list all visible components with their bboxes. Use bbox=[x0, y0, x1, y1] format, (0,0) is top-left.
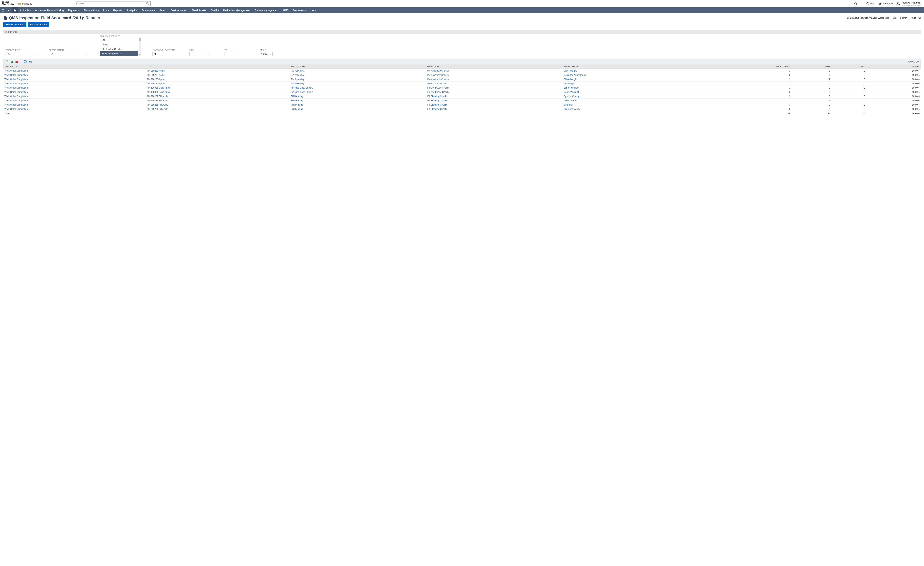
cell-trigger[interactable]: Work Order Completion bbox=[4, 95, 28, 98]
cell-inspection-field[interactable]: Color Check bbox=[564, 99, 576, 102]
quality-inspection-listbox[interactable]: - All - - None - Fill Blending Checks Fi… bbox=[100, 38, 141, 56]
qi-option-all[interactable]: - All - bbox=[100, 38, 138, 42]
cell-inspection[interactable]: Fill Blending Checks bbox=[428, 99, 448, 102]
nav-wms[interactable]: WMS bbox=[280, 8, 291, 13]
col-pct-pass[interactable]: % PASS bbox=[866, 65, 921, 69]
nav-deduction-management[interactable]: Deduction Management bbox=[221, 8, 253, 13]
cell-trigger[interactable]: Work Order Completion bbox=[4, 82, 28, 85]
cell-spec[interactable]: Fill Blending bbox=[291, 104, 303, 106]
cell-item[interactable]: AM 210231 Fill-Apple bbox=[147, 108, 168, 110]
nav-reports[interactable]: Reports bbox=[111, 8, 124, 13]
col-fail[interactable]: FAIL bbox=[831, 65, 866, 69]
nav-activities[interactable]: Activities bbox=[18, 8, 33, 13]
nav-demo-assist[interactable]: Demo Assist bbox=[291, 8, 309, 13]
cell-trigger[interactable]: Work Order Completion bbox=[4, 69, 28, 72]
nav-transactions[interactable]: Transactions bbox=[82, 8, 101, 13]
favorites-icon[interactable] bbox=[6, 8, 12, 13]
export-csv-icon[interactable] bbox=[5, 60, 9, 63]
nav-customization[interactable]: Customization bbox=[168, 8, 189, 13]
nav-more-icon[interactable]: ••• bbox=[309, 9, 318, 12]
cell-item[interactable]: AM 210230-Apple bbox=[147, 78, 165, 81]
search-icon[interactable] bbox=[146, 2, 149, 5]
cell-inspection-field[interactable]: Crust Weight bbox=[564, 69, 577, 72]
search-link[interactable]: Search bbox=[900, 17, 907, 19]
from-input[interactable] bbox=[189, 52, 210, 56]
nav-analytics[interactable]: Analytics bbox=[124, 8, 140, 13]
return-to-criteria-button[interactable]: Return To Criteria bbox=[3, 22, 26, 27]
col-pass[interactable]: PASS bbox=[792, 65, 831, 69]
style-select[interactable]: Normal bbox=[260, 52, 273, 56]
qi-scroll-thumb[interactable] bbox=[140, 38, 141, 41]
search-input[interactable] bbox=[75, 1, 151, 6]
cell-spec[interactable]: Fill Blending bbox=[291, 95, 303, 98]
col-inspection-field[interactable]: INSPECTION FIELD bbox=[563, 65, 699, 69]
col-total-tests[interactable]: TOTAL TESTS▲ bbox=[699, 65, 792, 69]
export-pdf-icon[interactable]: PDF bbox=[15, 60, 18, 63]
user-menu[interactable]: Raditya Pratama Logiframe - Administrato… bbox=[896, 1, 922, 6]
trigger-type-select[interactable]: - All - bbox=[6, 52, 39, 56]
nav-lists[interactable]: Lists bbox=[101, 8, 111, 13]
inspection-date-time-input[interactable] bbox=[153, 52, 178, 56]
cell-item[interactable]: AM 210230-Apple bbox=[147, 74, 165, 77]
cell-inspection-field[interactable]: Case Weight (lb) bbox=[564, 91, 580, 93]
cell-inspection[interactable]: Fill Blending Checks bbox=[428, 95, 448, 98]
cell-inspection[interactable]: Pie Assembly Checks bbox=[428, 74, 449, 77]
cell-inspection[interactable]: Finished Case Checks bbox=[428, 87, 450, 89]
cell-trigger[interactable]: Work Order Completion bbox=[4, 99, 28, 102]
cell-item[interactable]: AM 210230-Apple bbox=[147, 82, 165, 85]
cell-spec[interactable]: Pie Assembly bbox=[291, 78, 304, 81]
cell-inspection[interactable]: Pie Assembly Checks bbox=[428, 82, 449, 85]
to-input[interactable] bbox=[225, 52, 245, 56]
cell-inspection[interactable]: Pie Assembly Checks bbox=[428, 78, 449, 81]
cell-spec[interactable]: Pie Assembly bbox=[291, 74, 304, 77]
cell-trigger[interactable]: Work Order Completion bbox=[4, 74, 28, 77]
cell-trigger[interactable]: Work Order Completion bbox=[4, 108, 28, 110]
list-link[interactable]: List bbox=[893, 17, 897, 19]
nav-fixed-assets[interactable]: Fixed Assets bbox=[189, 8, 208, 13]
email-icon[interactable] bbox=[28, 60, 32, 63]
cell-trigger[interactable]: Work Order Completion bbox=[4, 78, 28, 81]
cell-spec[interactable]: Finished Case Checks bbox=[291, 91, 313, 93]
sync-icon[interactable] bbox=[854, 2, 857, 5]
col-inspection[interactable]: INSPECTION bbox=[426, 65, 563, 69]
audit-trail-link[interactable]: Audit Trail bbox=[911, 17, 921, 19]
qi-option-none[interactable]: - None - bbox=[100, 42, 138, 47]
qi-dropdown-arrow-icon[interactable] bbox=[138, 53, 141, 56]
cell-inspection-field[interactable]: Pie Weight bbox=[564, 82, 574, 85]
cell-spec[interactable]: Finished Case Checks bbox=[291, 87, 313, 89]
nav-advanced-manufacturing[interactable]: Advanced Manufacturing bbox=[33, 8, 66, 13]
qi-option-fill-blending-process[interactable]: Fill Blending Process bbox=[100, 51, 138, 56]
cell-inspection[interactable]: Finished Case Checks bbox=[428, 91, 450, 93]
cell-trigger[interactable]: Work Order Completion bbox=[4, 91, 28, 93]
col-item[interactable]: ITEM bbox=[146, 65, 290, 69]
collapse-filters-icon[interactable]: − bbox=[5, 31, 7, 33]
cell-item[interactable]: AM 100321 Case-Apple bbox=[147, 91, 170, 93]
cell-trigger[interactable]: Work Order Completion bbox=[4, 104, 28, 106]
cell-inspection-field[interactable]: Color and Appearance bbox=[564, 74, 586, 77]
print-icon[interactable] bbox=[24, 60, 27, 63]
cell-inspection[interactable]: Fill Blending Checks bbox=[428, 104, 448, 106]
cell-spec[interactable]: Fill Blending bbox=[291, 99, 303, 102]
nav-rebate-management[interactable]: Rebate Management bbox=[253, 8, 280, 13]
cell-inspection-field[interactable]: Label Accuracy bbox=[564, 87, 579, 89]
feedback-link[interactable]: Feedback bbox=[879, 2, 893, 5]
cell-spec[interactable]: Fill Blending bbox=[291, 108, 303, 110]
cell-inspection-field[interactable]: Mix Consistency bbox=[564, 108, 580, 110]
qi-option-fill-blending-checks[interactable]: Fill Blending Checks bbox=[100, 47, 138, 51]
edit-this-search-button[interactable]: Edit this Search bbox=[28, 22, 49, 27]
cell-item[interactable]: AM 100321 Case-Apple bbox=[147, 87, 170, 89]
specification-select[interactable]: - All - bbox=[49, 52, 88, 56]
nav-documents[interactable]: Documents bbox=[140, 8, 157, 13]
cell-item[interactable]: AM 210231 Fill-Apple bbox=[147, 95, 168, 98]
cell-spec[interactable]: Pie Assembly bbox=[291, 82, 304, 85]
cell-inspection-field[interactable]: pH Level bbox=[564, 104, 573, 106]
export-xls-icon[interactable]: X bbox=[10, 60, 14, 63]
cell-item[interactable]: AM 210231 Fill-Apple bbox=[147, 99, 168, 102]
cell-inspection[interactable]: Fill Blending Checks bbox=[428, 108, 448, 110]
cell-item[interactable]: AM 210230-Apple bbox=[147, 69, 165, 72]
learn-link[interactable]: Learn about NetSuite Analytics Warehouse bbox=[847, 17, 889, 19]
col-trigger-type[interactable]: TRIGGER TYPE bbox=[3, 65, 146, 69]
cell-item[interactable]: AM 210231 Fill-Apple bbox=[147, 104, 168, 106]
nav-payments[interactable]: Payments bbox=[66, 8, 82, 13]
cell-trigger[interactable]: Work Order Completion bbox=[4, 87, 28, 89]
